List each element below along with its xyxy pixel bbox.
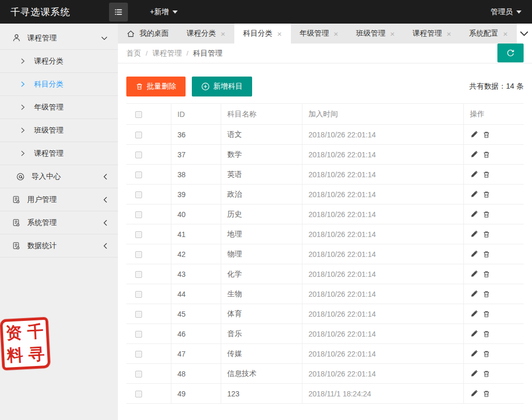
sidebar-group-user-management[interactable]: 用户管理 bbox=[0, 188, 118, 211]
row-checkbox[interactable] bbox=[135, 251, 142, 258]
add-subject-button[interactable]: 新增科目 bbox=[192, 77, 252, 96]
user-menu-dropdown[interactable]: 管理员 bbox=[491, 7, 532, 17]
chevron-left-icon bbox=[103, 197, 107, 203]
sidebar-item-subject-category[interactable]: 科目分类 bbox=[0, 73, 118, 96]
delete-icon[interactable] bbox=[483, 390, 490, 397]
tab-system-config[interactable]: 系统配置 × bbox=[460, 24, 517, 44]
delete-icon[interactable] bbox=[483, 191, 490, 198]
close-icon[interactable]: × bbox=[221, 30, 225, 38]
table-row: 43 化学 2018/10/26 22:01:14 bbox=[126, 264, 524, 284]
cell-join-time: 2018/10/26 22:01:14 bbox=[302, 204, 463, 224]
delete-icon[interactable] bbox=[483, 290, 490, 298]
cell-id: 37 bbox=[171, 145, 221, 165]
row-checkbox[interactable] bbox=[135, 271, 142, 278]
sidebar-group-course-management[interactable]: 课程管理 bbox=[0, 27, 118, 50]
row-checkbox[interactable] bbox=[135, 391, 142, 397]
edit-icon[interactable] bbox=[470, 330, 478, 338]
sidebar-group-data-statistics[interactable]: 数据统计 bbox=[0, 234, 118, 257]
table-row: 47 传媒 2018/10/26 22:01:14 bbox=[126, 344, 524, 364]
sidebar-group-label: 用户管理 bbox=[27, 195, 57, 204]
sidebar-group-system-management[interactable]: 系统管理 bbox=[0, 211, 118, 234]
sidebar-item-label: 年级管理 bbox=[34, 103, 63, 112]
sidebar-item-grade-management[interactable]: 年级管理 bbox=[0, 96, 118, 119]
breadcrumb-course-management[interactable]: 课程管理 bbox=[153, 49, 182, 58]
delete-icon[interactable] bbox=[483, 370, 490, 378]
delete-icon[interactable] bbox=[483, 271, 490, 278]
tab-class-management[interactable]: 班级管理 × bbox=[347, 24, 404, 44]
sidebar-group-import-center[interactable]: 导入中心 bbox=[0, 165, 118, 188]
cell-subject-name: 体育 bbox=[221, 304, 302, 324]
edit-icon[interactable] bbox=[470, 170, 478, 178]
table-row: 46 音乐 2018/10/26 22:01:14 bbox=[126, 324, 524, 344]
table-row: 48 信息技术 2018/10/26 22:01:14 bbox=[126, 364, 524, 384]
select-all-checkbox[interactable] bbox=[135, 111, 142, 118]
delete-icon[interactable] bbox=[483, 330, 490, 338]
add-subject-label: 新增科目 bbox=[213, 82, 243, 91]
delete-icon[interactable] bbox=[483, 310, 490, 318]
sidebar-toggle-button[interactable] bbox=[109, 3, 128, 21]
edit-icon[interactable] bbox=[470, 290, 478, 298]
tab-subject-category[interactable]: 科目分类 × bbox=[234, 24, 291, 44]
document-icon bbox=[12, 218, 21, 228]
at-circle-icon bbox=[16, 172, 25, 181]
edit-icon[interactable] bbox=[470, 230, 478, 238]
edit-icon[interactable] bbox=[470, 210, 478, 218]
close-icon[interactable]: × bbox=[503, 30, 508, 38]
close-icon[interactable]: × bbox=[390, 30, 395, 38]
edit-icon[interactable] bbox=[470, 310, 478, 318]
close-icon[interactable]: × bbox=[447, 30, 451, 38]
sidebar-item-course-management[interactable]: 课程管理 bbox=[0, 142, 118, 165]
edit-icon[interactable] bbox=[470, 270, 478, 278]
edit-icon[interactable] bbox=[470, 370, 478, 378]
breadcrumb-separator: / bbox=[146, 49, 148, 57]
edit-icon[interactable] bbox=[470, 131, 478, 138]
edit-icon[interactable] bbox=[470, 150, 478, 158]
refresh-button[interactable] bbox=[497, 44, 524, 62]
close-icon[interactable]: × bbox=[277, 30, 282, 38]
delete-icon[interactable] bbox=[483, 251, 490, 258]
row-checkbox[interactable] bbox=[135, 171, 142, 178]
delete-icon[interactable] bbox=[483, 231, 490, 238]
delete-icon[interactable] bbox=[483, 350, 490, 358]
delete-icon[interactable] bbox=[483, 151, 490, 158]
row-checkbox[interactable] bbox=[135, 191, 142, 198]
row-checkbox[interactable] bbox=[135, 231, 142, 238]
close-icon[interactable]: × bbox=[334, 30, 339, 38]
batch-delete-button[interactable]: 批量删除 bbox=[126, 77, 186, 96]
sidebar-item-course-category[interactable]: 课程分类 bbox=[0, 50, 118, 73]
row-checkbox[interactable] bbox=[135, 211, 142, 218]
row-checkbox[interactable] bbox=[135, 311, 142, 318]
header-actions: 操作 bbox=[463, 104, 524, 125]
user-icon bbox=[12, 34, 21, 43]
row-checkbox[interactable] bbox=[135, 132, 142, 138]
list-menu-icon bbox=[113, 7, 124, 17]
delete-icon[interactable] bbox=[483, 131, 490, 138]
app-title: 千寻选课系统 bbox=[0, 6, 109, 18]
tab-course-category[interactable]: 课程分类 × bbox=[178, 24, 234, 44]
cell-id: 36 bbox=[171, 125, 221, 145]
table-row: 36 语文 2018/10/26 22:01:14 bbox=[126, 125, 524, 145]
tab-course-management[interactable]: 课程管理 × bbox=[404, 24, 460, 44]
edit-icon[interactable] bbox=[470, 250, 478, 258]
sidebar-item-class-management[interactable]: 班级管理 bbox=[0, 119, 118, 142]
breadcrumb-home[interactable]: 首页 bbox=[126, 49, 141, 58]
row-checkbox[interactable] bbox=[135, 371, 142, 378]
trash-icon bbox=[136, 83, 143, 90]
row-checkbox[interactable] bbox=[135, 351, 142, 358]
row-checkbox[interactable] bbox=[135, 152, 142, 158]
edit-icon[interactable] bbox=[470, 390, 478, 397]
cell-join-time: 2018/10/26 22:01:14 bbox=[302, 185, 463, 204]
tab-grade-management[interactable]: 年级管理 × bbox=[291, 24, 348, 44]
delete-icon[interactable] bbox=[483, 171, 490, 178]
edit-icon[interactable] bbox=[470, 350, 478, 358]
tab-label: 课程分类 bbox=[187, 29, 216, 38]
quick-add-dropdown[interactable]: +新增 bbox=[150, 7, 178, 17]
tab-overflow-button[interactable] bbox=[517, 24, 532, 44]
chevron-right-icon bbox=[21, 150, 25, 156]
tab-my-desktop[interactable]: 我的桌面 bbox=[118, 24, 178, 44]
row-checkbox[interactable] bbox=[135, 331, 142, 338]
plus-circle-icon bbox=[201, 82, 210, 91]
edit-icon[interactable] bbox=[470, 190, 478, 198]
row-checkbox[interactable] bbox=[135, 291, 142, 298]
delete-icon[interactable] bbox=[483, 211, 490, 218]
